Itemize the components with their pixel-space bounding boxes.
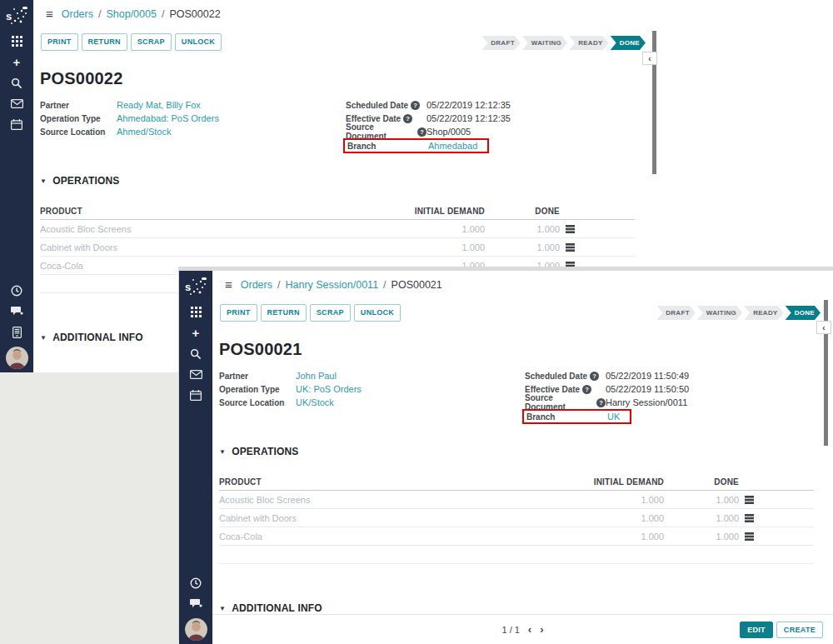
- calendar-icon[interactable]: [10, 118, 23, 131]
- svg-text:s: s: [6, 10, 12, 22]
- table-row[interactable]: Cabinet with Doors 1.000 1.000: [219, 509, 814, 527]
- field-scheduled-date: Scheduled Date ? 05/22/2019 12:12:35: [346, 98, 511, 112]
- apps-grid-icon[interactable]: [10, 35, 23, 47]
- create-plus-icon[interactable]: +: [10, 56, 23, 68]
- app-logo[interactable]: s: [183, 275, 208, 297]
- help-icon[interactable]: ?: [417, 127, 426, 137]
- chatter-collapse-button[interactable]: ‹: [816, 321, 831, 334]
- breadcrumb-current: POS00022: [169, 8, 220, 20]
- status-done[interactable]: DONE: [786, 306, 821, 320]
- field-label: Source Location: [219, 398, 296, 407]
- move-details-icon[interactable]: [739, 514, 764, 522]
- field-source-location: Source Location Ahmed/Stock: [40, 125, 171, 138]
- scrap-button[interactable]: SCRAP: [310, 304, 351, 322]
- chatter-collapse-button[interactable]: ‹: [642, 52, 657, 65]
- help-icon[interactable]: ?: [596, 398, 606, 407]
- initial-demand-column-header[interactable]: INITIAL DEMAND: [368, 207, 485, 216]
- field-label: Operation Type: [40, 114, 117, 123]
- breadcrumb-orders[interactable]: Orders: [62, 8, 93, 20]
- breadcrumb-orders[interactable]: Orders: [241, 279, 272, 291]
- caret-down-icon: ▼: [219, 605, 226, 612]
- unlock-button[interactable]: UNLOCK: [175, 33, 222, 51]
- edit-button[interactable]: EDIT: [740, 622, 773, 638]
- caret-down-icon: ▼: [219, 448, 226, 456]
- page-title: POS00022: [40, 69, 654, 88]
- create-button[interactable]: CREATE: [776, 622, 823, 638]
- unlock-button[interactable]: UNLOCK: [354, 304, 401, 322]
- move-details-icon[interactable]: [560, 225, 585, 233]
- status-ready[interactable]: READY: [569, 36, 609, 50]
- pager-next-icon[interactable]: ›: [540, 624, 543, 635]
- pager-previous-icon[interactable]: ‹: [528, 624, 531, 635]
- table-row[interactable]: Acoustic Bloc Screens 1.000 1.000: [40, 220, 635, 238]
- done-column-header[interactable]: DONE: [664, 477, 739, 487]
- operations-section-toggle[interactable]: ▼ OPERATIONS: [40, 175, 654, 187]
- search-icon[interactable]: [10, 77, 23, 89]
- chat-icon[interactable]: [189, 597, 202, 610]
- search-icon[interactable]: [189, 347, 202, 360]
- return-button[interactable]: RETURN: [82, 33, 127, 51]
- move-details-icon[interactable]: [560, 262, 585, 270]
- field-label: Branch: [347, 142, 428, 151]
- app-logo[interactable]: s: [4, 4, 29, 27]
- source-location-link[interactable]: Ahmed/Stock: [117, 127, 171, 137]
- return-button[interactable]: RETURN: [261, 304, 307, 322]
- footer-actions: EDIT CREATE: [740, 622, 823, 638]
- chat-icon[interactable]: [10, 305, 23, 317]
- move-details-icon[interactable]: [560, 243, 585, 252]
- mail-icon[interactable]: [10, 97, 23, 110]
- help-icon[interactable]: ?: [590, 372, 599, 381]
- hamburger-menu-icon[interactable]: ≡: [46, 7, 53, 20]
- print-button[interactable]: PRINT: [41, 33, 78, 51]
- move-details-icon[interactable]: [739, 532, 764, 541]
- field-operation-type: Operation Type UK: PoS Orders: [219, 382, 362, 396]
- status-draft[interactable]: DRAFT: [481, 36, 521, 50]
- table-row[interactable]: Acoustic Bloc Screens 1.000 1.000: [219, 491, 814, 509]
- additional-info-section-toggle[interactable]: ▼ ADDITIONAL INFO: [219, 602, 833, 614]
- done-column-header[interactable]: DONE: [485, 207, 560, 216]
- user-avatar[interactable]: [6, 347, 28, 369]
- initial-demand-column-header[interactable]: INITIAL DEMAND: [547, 477, 664, 487]
- source-location-link[interactable]: UK/Stock: [296, 397, 334, 407]
- table-row[interactable]: Coca-Cola 1.000 1.000: [219, 527, 814, 546]
- apps-grid-icon[interactable]: [189, 306, 202, 318]
- scheduled-date-value: 05/22/2019 12:12:35: [426, 100, 511, 110]
- field-label: Source Location: [40, 127, 117, 137]
- field-label: Branch: [526, 412, 607, 422]
- create-plus-icon[interactable]: +: [189, 327, 202, 339]
- calendar-icon[interactable]: [189, 389, 202, 402]
- field-scheduled-date: Scheduled Date ? 05/22/2019 11:50:49: [525, 369, 689, 382]
- partner-link[interactable]: Ready Mat, Billy Fox: [117, 100, 201, 110]
- move-details-icon[interactable]: [739, 496, 764, 504]
- partner-link[interactable]: John Paul: [296, 371, 337, 381]
- operation-type-link[interactable]: Ahmedabad: PoS Orders: [117, 113, 219, 123]
- product-column-header[interactable]: PRODUCT: [40, 207, 368, 216]
- operations-section-toggle[interactable]: ▼ OPERATIONS: [219, 446, 833, 457]
- help-icon[interactable]: ?: [582, 385, 591, 394]
- status-waiting[interactable]: WAITING: [697, 306, 742, 320]
- status-ready[interactable]: READY: [744, 306, 784, 320]
- mail-icon[interactable]: [189, 368, 202, 381]
- table-row[interactable]: Cabinet with Doors 1.000 1.000: [40, 238, 635, 257]
- product-column-header[interactable]: PRODUCT: [219, 477, 547, 487]
- mobile-icon[interactable]: [10, 326, 23, 338]
- help-icon[interactable]: ?: [403, 114, 412, 123]
- user-avatar[interactable]: [185, 618, 207, 641]
- status-draft[interactable]: DRAFT: [656, 306, 696, 320]
- source-document-value: Hanry Session/0011: [606, 397, 687, 407]
- hamburger-menu-icon[interactable]: ≡: [225, 278, 232, 291]
- print-button[interactable]: PRINT: [220, 304, 257, 322]
- status-waiting[interactable]: WAITING: [522, 36, 567, 50]
- help-icon[interactable]: ?: [411, 101, 420, 110]
- branch-link[interactable]: Ahmedabad: [428, 141, 477, 151]
- scrap-button[interactable]: SCRAP: [131, 33, 172, 51]
- breadcrumb-session[interactable]: Shop/0005: [106, 8, 156, 20]
- branch-link[interactable]: UK: [607, 412, 620, 422]
- clock-icon[interactable]: [189, 577, 202, 589]
- clock-icon[interactable]: [10, 284, 23, 297]
- operations-table: PRODUCT INITIAL DEMAND DONE Acoustic Blo…: [219, 476, 814, 564]
- operation-type-link[interactable]: UK: PoS Orders: [296, 384, 362, 394]
- breadcrumb-session[interactable]: Hanry Session/0011: [285, 279, 378, 291]
- status-done[interactable]: DONE: [611, 36, 646, 50]
- window-pos00021: s +: [179, 271, 833, 644]
